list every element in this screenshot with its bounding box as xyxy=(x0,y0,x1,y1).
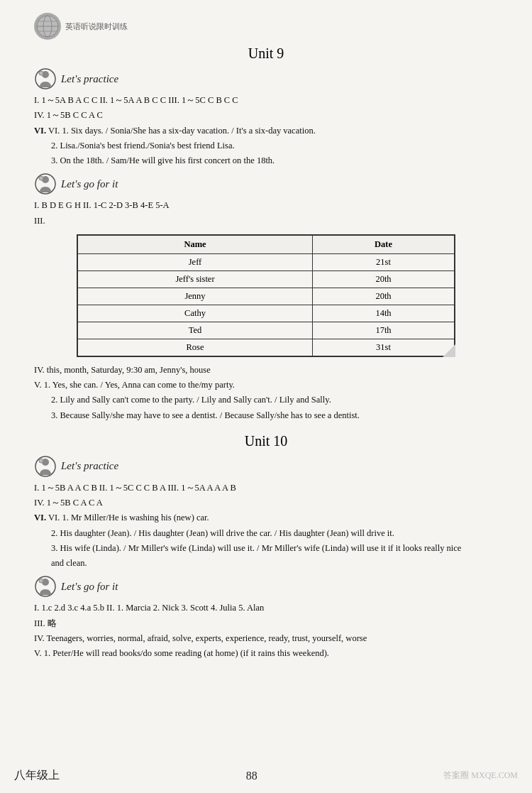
table-row: Jeff 21st xyxy=(78,253,455,270)
table-row: Rose 31st xyxy=(78,339,455,356)
unit9-s2-line4c: 3. Because Sally/she may have to see a d… xyxy=(51,408,498,423)
unit9-title: Unit 9 xyxy=(34,45,498,62)
unit9-s2-line4: V. 1. Yes, she can. / Yes, Anna can come… xyxy=(34,378,498,393)
section2-icon xyxy=(34,173,57,195)
footer-page: 88 xyxy=(246,770,257,782)
unit10-s1-line2: IV. 1～5B C A C A xyxy=(34,496,498,510)
section3-icon xyxy=(34,455,57,478)
unit9-section2-label: Let's go for it xyxy=(61,178,118,190)
unit10-s1-line5: 3. His wife (Linda). / Mr Miller's wife … xyxy=(51,541,498,556)
unit10-s2-line3: IV. Teenagers, worries, normal, afraid, … xyxy=(34,631,498,646)
unit10-s1-line4: 2. His daughter (Jean). / His daughter (… xyxy=(51,526,498,541)
unit10-section1-header: Let's practice xyxy=(34,455,498,478)
section1-icon xyxy=(34,67,57,90)
unit9-s2-line4b: 2. Lily and Sally can't come to the part… xyxy=(51,393,498,408)
table-row: Cathy 14th xyxy=(78,305,455,322)
unit10-section1-label: Let's practice xyxy=(61,460,118,472)
section4-icon xyxy=(34,575,57,598)
unit9-s2-line2: III. xyxy=(34,214,498,229)
table-row: Ted 17th xyxy=(78,322,455,339)
unit9-s1-line4: 2. Lisa./Sonia's best friend./Sonia's be… xyxy=(51,138,498,153)
folded-corner-decoration xyxy=(443,344,455,357)
table-header-date: Date xyxy=(313,235,455,253)
unit10-s2-line2: III. 略 xyxy=(34,616,498,631)
unit10-section2-header: Let's go for it xyxy=(34,575,498,598)
svg-point-13 xyxy=(39,459,43,463)
unit10-title: Unit 10 xyxy=(34,433,498,449)
unit9-section2-header: Let's go for it xyxy=(34,173,498,195)
unit10-s1-line3: VI. VI. 1. Mr Miller/He is washing his (… xyxy=(34,510,498,525)
table-header-name: Name xyxy=(78,235,313,253)
page: 英语听说限时训练 Unit 9 Let's practice I. 1～5A B… xyxy=(0,0,532,793)
svg-point-7 xyxy=(39,71,43,75)
unit9-s1-line3: VI. VI. 1. Six days. / Sonia/She has a s… xyxy=(34,124,498,138)
unit10-s2-line4: V. 1. Peter/He will read books/do some r… xyxy=(34,646,498,661)
unit10-s2-line1: I. 1.c 2.d 3.c 4.a 5.b II. 1. Marcia 2. … xyxy=(34,601,498,616)
footer-watermark: 答案圈 MXQE.COM xyxy=(443,770,518,782)
unit10-section2-label: Let's go for it xyxy=(61,581,118,593)
schedule-table: Name Date Jeff 21st Jeff's sister 20th J… xyxy=(77,235,455,356)
unit10-s1-line1: I. 1～5B A A C B II. 1～5C C C B A III. 1～… xyxy=(34,481,498,496)
svg-point-16 xyxy=(39,579,43,583)
unit9-section1-label: Let's practice xyxy=(61,73,118,85)
unit9-s2-line3: IV. this, month, Saturday, 9:30 am, Jenn… xyxy=(34,363,498,378)
footer-grade: 八年级上 xyxy=(14,768,60,783)
unit9-s1-line5: 3. On the 18th. / Sam/He will give his f… xyxy=(51,153,498,168)
footer: 八年级上 88 答案圈 MXQE.COM xyxy=(0,768,532,783)
logo-icon xyxy=(34,13,61,40)
unit9-s1-line1: I. 1～5A B A C C II. 1～5A A B C C III. 1～… xyxy=(34,93,498,108)
unit10-s1-line6: and clean. xyxy=(51,556,498,571)
unit9-s2-line1: I. B D E G H II. 1-C 2-D 3-B 4-E 5-A xyxy=(34,198,498,213)
table-row: Jeff's sister 20th xyxy=(78,270,455,288)
unit9-s1-line2: IV. 1～5B C C A C xyxy=(34,108,498,123)
schedule-table-container: Name Date Jeff 21st Jeff's sister 20th J… xyxy=(77,234,455,357)
unit9-section1-header: Let's practice xyxy=(34,67,498,90)
header-logo: 英语听说限时训练 xyxy=(34,13,498,40)
table-row: Jenny 20th xyxy=(78,288,455,305)
logo-text: 英语听说限时训练 xyxy=(65,21,128,32)
svg-point-10 xyxy=(39,176,43,180)
